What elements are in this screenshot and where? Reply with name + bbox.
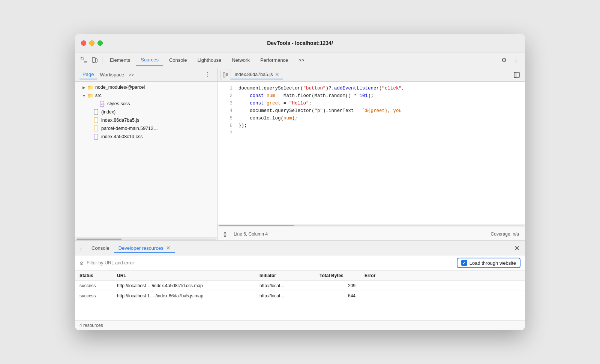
devtools-window: DevTools - localhost:1234/ Elements Sour…: [75, 34, 525, 330]
code-text: });: [238, 122, 247, 130]
bottom-panel-close-icon[interactable]: ✕: [512, 243, 522, 254]
code-text: console.log(num);: [238, 115, 298, 122]
list-item[interactable]: index.86da7ba5.js: [75, 116, 217, 124]
js-file-icon: [93, 125, 100, 131]
tab-console[interactable]: Console: [87, 244, 114, 252]
developer-resources-close-icon[interactable]: ✕: [166, 245, 171, 251]
titlebar: DevTools - localhost:1234/: [75, 34, 525, 52]
close-button[interactable]: [81, 40, 86, 46]
tab-workspace[interactable]: Workspace: [97, 70, 127, 79]
window-title: DevTools - localhost:1234/: [267, 40, 333, 46]
svg-rect-12: [223, 73, 225, 77]
code-line-1: 1 document.querySelector("button")?.addE…: [218, 85, 525, 92]
tab-lighthouse[interactable]: Lighthouse: [193, 55, 226, 66]
list-item[interactable]: ▶ 📁 node_modules/@parcel: [75, 83, 217, 91]
list-item[interactable]: (index): [75, 108, 217, 116]
device-toolbar-icon[interactable]: [90, 56, 99, 65]
settings-icon[interactable]: ⚙: [500, 56, 508, 65]
svg-rect-4: [95, 59, 97, 62]
scrollbar-thumb[interactable]: [219, 225, 294, 226]
table-row[interactable]: success http://localhost… /index.4a508c1…: [75, 281, 525, 291]
file-panel: Page Workspace >> ⋮ ▶ 📁 node_modules/@pa…: [75, 68, 218, 240]
code-tab-close-icon[interactable]: ✕: [275, 72, 279, 77]
table-row[interactable]: success http://localhost:1… /index.86da7…: [75, 291, 525, 301]
resources-table: Status URL Initiator Total Bytes Error s…: [75, 271, 525, 320]
code-editor-content[interactable]: 1 document.querySelector("button")?.addE…: [218, 82, 525, 224]
tab-performance[interactable]: Performance: [256, 55, 292, 66]
list-item[interactable]: scss styles.scss: [75, 100, 217, 108]
code-panel: index.86da7ba5.js ✕ 1 document.querySele…: [218, 68, 525, 240]
list-item[interactable]: index.4a508c1d.css: [75, 133, 217, 141]
cell-bytes: 644: [315, 291, 360, 301]
file-tree-label: src: [95, 93, 102, 98]
line-number: 5: [220, 115, 232, 122]
svg-rect-11: [94, 134, 98, 139]
cell-status: success: [75, 291, 112, 301]
list-item[interactable]: parcel-demo-main.59712…: [75, 124, 217, 133]
code-text: document.querySelector("button")?.addEve…: [238, 85, 405, 92]
tab-network[interactable]: Network: [227, 55, 254, 66]
cell-url: http://localhost… /index.4a508c1d.css.ma…: [112, 281, 255, 291]
code-line-6: 6 });: [218, 122, 525, 130]
cell-error: [360, 291, 525, 301]
tab-elements[interactable]: Elements: [105, 55, 135, 66]
folder-icon: 📁: [87, 92, 94, 98]
file-panel-menu-icon[interactable]: ⋮: [202, 70, 213, 79]
tab-console[interactable]: Console: [165, 55, 192, 66]
scss-file-icon: scss: [99, 101, 106, 107]
toolbar-right: ⚙ ⋮: [500, 56, 520, 65]
tab-developer-resources[interactable]: Developer resources ✕: [114, 243, 176, 253]
code-text: document.querySelector("p").innerText = …: [238, 107, 402, 115]
collapse-arrow-icon: ▶: [81, 84, 87, 90]
line-number: 4: [220, 107, 232, 115]
panel-toggle-icon[interactable]: [512, 70, 522, 80]
col-error: Error: [360, 271, 525, 280]
filter-input[interactable]: [87, 260, 457, 266]
line-number: 1: [220, 85, 232, 92]
bottom-panel: ⋮ Console Developer resources ✕ ✕ ⊘ ✓ Lo…: [75, 240, 525, 330]
load-through-website-checkbox[interactable]: ✓: [461, 260, 467, 266]
cell-initiator: http://local…: [255, 291, 315, 301]
file-horizontal-scrollbar[interactable]: [75, 237, 217, 240]
code-line-4: 4 document.querySelector("p").innerText …: [218, 107, 525, 115]
svg-rect-10: [94, 126, 98, 131]
cell-initiator: http://local…: [255, 281, 315, 291]
code-tab-label: index.86da7ba5.js: [235, 72, 273, 77]
sidebar-toggle-icon[interactable]: [220, 70, 231, 80]
minimize-button[interactable]: [89, 40, 94, 46]
line-number: 6: [220, 122, 232, 130]
file-tree-label: (index): [101, 109, 116, 115]
code-tab-active[interactable]: index.86da7ba5.js ✕: [231, 70, 283, 79]
code-text: const num = Math.floor(Math.random() * 1…: [238, 92, 374, 100]
maximize-button[interactable]: [98, 40, 103, 46]
cell-url: http://localhost:1… /index.86da7ba5.js.m…: [112, 291, 255, 301]
svg-text:scss: scss: [100, 103, 105, 105]
more-tabs-button[interactable]: >>: [294, 55, 309, 66]
svg-rect-0: [81, 57, 84, 60]
svg-rect-3: [92, 58, 95, 62]
scrollbar-track: [219, 225, 524, 226]
code-horizontal-scrollbar[interactable]: [218, 224, 525, 227]
devtools-toolbar: Elements Sources Console Lighthouse Netw…: [75, 52, 525, 68]
col-initiator: Initiator: [255, 271, 315, 280]
scrollbar-thumb[interactable]: [76, 239, 122, 240]
line-number: 3: [220, 100, 232, 107]
inspect-element-icon[interactable]: [80, 56, 88, 65]
svg-rect-9: [94, 118, 98, 123]
file-more-tabs-icon[interactable]: >>: [129, 72, 134, 78]
tab-page[interactable]: Page: [80, 70, 97, 79]
bottom-tab-menu-icon[interactable]: ⋮: [78, 245, 84, 252]
file-tree-label: parcel-demo-main.59712…: [101, 126, 158, 131]
list-item[interactable]: ▼ 📁 src: [75, 91, 217, 100]
more-options-icon[interactable]: ⋮: [512, 56, 520, 65]
bottom-tabs: ⋮ Console Developer resources ✕ ✕: [75, 241, 525, 255]
main-content: Page Workspace >> ⋮ ▶ 📁 node_modules/@pa…: [75, 68, 525, 240]
svg-rect-16: [514, 72, 519, 78]
file-tree-label: index.86da7ba5.js: [101, 118, 139, 123]
file-panel-tabs: Page Workspace >> ⋮: [75, 68, 217, 82]
format-icon[interactable]: {}: [224, 231, 226, 237]
cell-status: success: [75, 281, 112, 291]
col-url: URL: [112, 271, 255, 280]
tab-sources[interactable]: Sources: [136, 55, 163, 66]
file-tree-label: index.4a508c1d.css: [101, 134, 143, 139]
